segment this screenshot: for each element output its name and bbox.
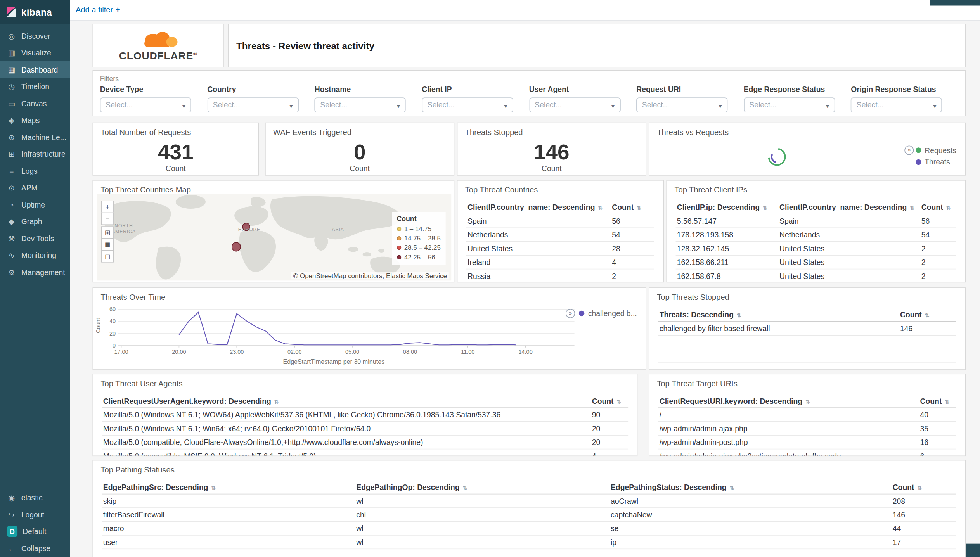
sidebar-item-graph[interactable]: ◆Graph (0, 213, 70, 230)
sidebar-item-label: Machine Le... (21, 133, 66, 142)
map-legend-title: Count (397, 215, 440, 222)
table-row: 162.158.67.8United States2 (676, 269, 956, 282)
select-placeholder: Select... (106, 100, 133, 109)
svg-text:60: 60 (109, 306, 116, 312)
country-select[interactable]: Select... (207, 97, 298, 112)
column-header[interactable]: ClientRequestURI.keyword: Descending (658, 395, 919, 407)
legend-label[interactable]: Threats (925, 157, 956, 166)
sidebar-item-timelion[interactable]: ◷Timelion (0, 78, 70, 95)
table-cell: / (658, 409, 919, 420)
sidebar-item-elastic[interactable]: ◉elastic (0, 489, 70, 506)
add-filter-button[interactable]: Add a filter + (76, 5, 120, 14)
machine-learning-icon: ⊛ (7, 133, 16, 142)
sidebar-item-dashboard[interactable]: ▦Dashboard (0, 61, 70, 78)
uptime-icon: ◔ (7, 200, 16, 209)
clock-icon: ◷ (7, 82, 16, 91)
sidebar-item-dev-tools[interactable]: ⚒Dev Tools (0, 230, 70, 247)
sidebar-item-collapse[interactable]: ←Collapse (0, 540, 70, 557)
sidebar-item-logs[interactable]: ≡Logs (0, 163, 70, 179)
sidebar-item-label: Collapse (21, 544, 50, 553)
sidebar-item-apm[interactable]: ⊙APM (0, 179, 70, 196)
map-attribution[interactable]: © OpenStreetMap contributors, Elastic Ma… (291, 272, 449, 279)
x-axis-label: EdgeStartTimestamp per 30 minutes (93, 358, 575, 365)
map-bubble-marker[interactable] (232, 242, 241, 251)
table-cell: Mozilla/5.0 (compatible; MSIE 9.0; Windo… (102, 450, 591, 456)
legend-expand-icon[interactable] (566, 309, 575, 318)
origin-response-status-select[interactable]: Select... (851, 97, 942, 112)
table-cell: 40 (919, 409, 956, 420)
table-row: /wp-admin/admin-ajax.php35 (658, 422, 956, 435)
column-header[interactable]: Count (590, 395, 628, 407)
column-header[interactable]: ClientRequestUserAgent.keyword: Descendi… (102, 395, 591, 407)
table-header-row: ClientRequestUserAgent.keyword: Descendi… (102, 394, 629, 408)
panel-title: Top Threat User Agents (93, 374, 637, 389)
table-row: Russia2 (466, 269, 654, 282)
hostname-select[interactable]: Select... (315, 97, 406, 112)
table-cell: wl (355, 523, 609, 534)
table-cell: Mozilla/5.0 (Windows NT 6.1; Win64; x64;… (102, 423, 591, 434)
column-header[interactable]: EdgePathingStatus: Descending (609, 481, 892, 493)
column-header[interactable]: Threats: Descending (658, 309, 899, 320)
table-row: 178.128.193.158Netherlands54 (676, 228, 956, 242)
request-uri-select[interactable]: Select... (636, 97, 727, 112)
client-ip-select[interactable]: Select... (422, 97, 513, 112)
table-row: skipwlaoCrawl208 (102, 494, 956, 508)
column-header[interactable]: EdgePathingOp: Descending (355, 481, 609, 493)
panel-title: Top Threat Countries (457, 181, 663, 196)
target-uris-table: ClientRequestURI.keyword: DescendingCoun… (658, 394, 956, 456)
legend-color-dot (397, 227, 401, 231)
sidebar-item-machine-le[interactable]: ⊛Machine Le... (0, 129, 70, 145)
registered-mark: ® (193, 51, 197, 56)
page-title: Threats - Review threat activity (236, 40, 374, 51)
column-header[interactable]: EdgePathingSrc: Descending (102, 481, 355, 493)
device-type-select[interactable]: Select... (100, 97, 191, 112)
table-cell: Netherlands (778, 229, 920, 240)
column-header[interactable]: ClientIP.country_name: Descending (778, 202, 920, 213)
sidebar-item-uptime[interactable]: ◔Uptime (0, 196, 70, 213)
sidebar-item-monitoring[interactable]: ∿Monitoring (0, 247, 70, 263)
sidebar-item-default[interactable]: DDefault (0, 523, 70, 540)
filter-country: CountrySelect... (207, 85, 315, 112)
sort-icon (617, 396, 622, 405)
column-header[interactable]: Count (920, 202, 956, 213)
fit-bounds-button[interactable]: ⊞ (101, 226, 114, 239)
zoom-in-button[interactable]: + (101, 201, 114, 213)
table-cell: filterBasedFirewall (102, 509, 355, 520)
table-cell: /wp-admin/admin-ajax.php?action=update-g… (658, 450, 919, 456)
column-header[interactable]: ClientIP.country_name: Descending (466, 202, 611, 213)
table-cell: /wp-admin/admin-ajax.php (658, 423, 919, 434)
column-header[interactable]: Count (899, 309, 956, 320)
column-header[interactable]: Count (611, 202, 654, 213)
user-agent-select[interactable]: Select... (529, 97, 620, 112)
sidebar-item-maps[interactable]: ◈Maps (0, 112, 70, 128)
sidebar-item-visualize[interactable]: ▥Visualize (0, 44, 70, 61)
sidebar-item-management[interactable]: ⚙Management (0, 264, 70, 280)
select-placeholder: Select... (213, 100, 240, 109)
sidebar-item-discover[interactable]: ◎Discover (0, 28, 70, 44)
kibana-logo[interactable]: kibana (0, 0, 70, 24)
column-header[interactable]: Count (891, 481, 956, 493)
legend-expand-icon[interactable] (905, 145, 914, 155)
sidebar-item-label: Maps (21, 116, 40, 125)
sidebar-item-label: Visualize (21, 48, 51, 57)
world-map[interactable]: NORTH AMERICA EUROPE ASIA +− ⊞◼◻ Count 1… (97, 194, 451, 280)
legend-label[interactable]: Requests (925, 146, 956, 155)
sort-icon (737, 310, 741, 319)
draw-filter-button[interactable]: ◼ (101, 238, 114, 251)
table-header-row: EdgePathingSrc: DescendingEdgePathingOp:… (102, 481, 956, 494)
column-header[interactable]: Count (919, 395, 956, 407)
threats-vs-requests-donut (763, 143, 791, 171)
table-cell: 20 (590, 423, 628, 434)
zoom-out-button[interactable]: − (101, 213, 114, 225)
select-area-button[interactable]: ◻ (101, 250, 114, 262)
panel-top-threat-user-agents: Top Threat User Agents ClientRequestUser… (92, 374, 637, 456)
map-legend-item: 28.5 – 42.25 (397, 243, 440, 253)
table-cell: 56 (920, 215, 956, 227)
legend-label[interactable]: challenged b... (588, 309, 637, 318)
sidebar-item-infrastructure[interactable]: ⊞Infrastructure (0, 145, 70, 162)
sidebar-item-canvas[interactable]: ▭Canvas (0, 95, 70, 112)
sidebar-item-logout[interactable]: ↪Logout (0, 506, 70, 523)
panel-title: Total Number of Requests (93, 123, 258, 138)
column-header[interactable]: ClientIP.ip: Descending (676, 202, 778, 213)
edge-response-status-select[interactable]: Select... (744, 97, 835, 112)
